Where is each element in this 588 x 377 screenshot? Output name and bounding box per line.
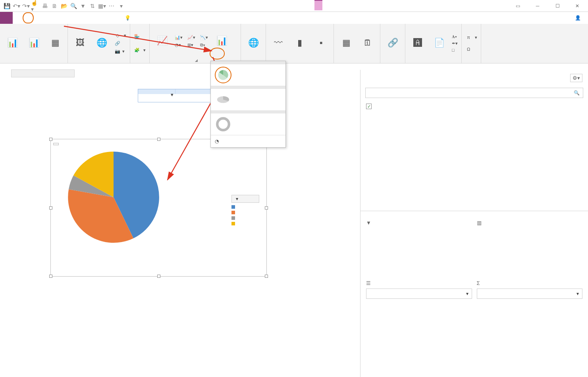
field-search-input[interactable] (366, 88, 571, 98)
tab-data[interactable] (53, 12, 63, 24)
group-label-links (383, 62, 403, 63)
doughnut-option[interactable] (215, 116, 231, 133)
tab-home[interactable] (13, 12, 22, 24)
more-pie-charts-button[interactable]: ◔ (211, 135, 285, 147)
redo-icon[interactable]: ↷▾ (21, 2, 30, 10)
undo-icon[interactable]: ↶▾ (12, 2, 21, 10)
dropdown-icon[interactable]: ▾ (171, 92, 174, 98)
pivot-row-label-header[interactable]: ▾ (138, 89, 175, 94)
dropdown-icon[interactable]: ▾ (236, 196, 238, 202)
close-icon[interactable]: ✕ (570, 0, 585, 12)
rows-zone-item[interactable]: ▾ (366, 289, 472, 299)
print-preview-icon[interactable]: 🔍 (69, 2, 78, 10)
smartart-button[interactable]: 🔗 (113, 40, 127, 47)
rec-charts-icon: 📈 (156, 35, 168, 47)
rows-zone[interactable]: ☰ ▾ (366, 280, 472, 304)
pivot-chart-button[interactable]: 📊 (212, 35, 231, 48)
new-icon[interactable]: 🗎 (50, 2, 59, 10)
chart-field-button[interactable] (53, 143, 59, 145)
shapes-button[interactable]: ◇ ▾ (113, 32, 127, 39)
online-pictures-button[interactable]: 🌐 (92, 37, 112, 50)
dropdown-icon[interactable]: ▾ (466, 291, 468, 296)
minimize-icon[interactable]: ─ (530, 0, 545, 12)
rec-charts-button[interactable]: 📈 (152, 35, 172, 48)
timeline-button[interactable]: 🗓 (358, 37, 378, 50)
maximize-icon[interactable]: ☐ (550, 0, 565, 12)
combo-chart-icon[interactable]: ⧉▾ (199, 42, 210, 48)
column-header-A[interactable] (11, 69, 75, 77)
customize-qat-icon[interactable]: ▾ (117, 2, 125, 10)
hierarchy-chart-icon[interactable]: 📉▾ (199, 35, 210, 40)
pivot-row-cell[interactable] (138, 98, 175, 102)
tab-design[interactable] (110, 12, 120, 24)
pivot-table[interactable]: ▾ (138, 89, 213, 102)
tab-analyze[interactable] (101, 12, 110, 24)
slicer-button[interactable]: ▦ (336, 37, 356, 50)
table-button[interactable]: ▦ (45, 37, 65, 50)
link-button[interactable]: 🔗 (383, 37, 403, 50)
tab-view[interactable] (72, 12, 82, 24)
tab-page-layout[interactable] (34, 12, 44, 24)
rec-pivot-icon: 📊 (27, 37, 40, 49)
values-zone-item[interactable]: ▾ (477, 289, 583, 299)
field-checkbox-class[interactable]: ✓ (366, 104, 582, 109)
charts-dialog-launcher-icon[interactable]: ◢ (195, 58, 198, 62)
legend-item (231, 205, 259, 209)
values-zone[interactable]: Σ ▾ (477, 280, 583, 304)
quick-print-icon[interactable]: 🖶 (40, 2, 49, 10)
spark-line-button[interactable]: 〰 (268, 37, 288, 50)
tab-abbyy[interactable] (91, 12, 101, 24)
share-button[interactable]: 👤 (569, 12, 588, 24)
tab-formulas[interactable] (44, 12, 53, 24)
tab-developer[interactable] (82, 12, 91, 24)
textbox-button[interactable]: 🅰 (408, 37, 428, 50)
more-tables-link[interactable] (361, 113, 588, 119)
field-pane-settings-button[interactable]: ⚙▾ (570, 74, 582, 82)
object-icon[interactable]: □ (451, 47, 459, 53)
legend-field-button[interactable]: ▾ (231, 195, 259, 203)
field-search[interactable]: 🔍 (365, 88, 583, 98)
tab-file[interactable] (0, 12, 13, 24)
border-icon[interactable]: ▦▾ (98, 2, 106, 10)
column-chart-icon[interactable]: 📊▾ (174, 35, 185, 40)
save-icon[interactable]: 💾 (2, 2, 11, 10)
recommended-pivot-button[interactable]: 📊 (24, 37, 44, 50)
touch-mode-icon[interactable]: ☝▾ (31, 2, 40, 10)
tab-insert[interactable] (23, 12, 34, 23)
open-icon[interactable]: 📂 (60, 2, 68, 10)
screenshot-button[interactable]: 📷▾ (113, 48, 127, 55)
symbol-button[interactable]: Ω (464, 46, 478, 53)
my-addins-button[interactable]: 🧩 ▾ (133, 46, 147, 54)
pivot-chart[interactable]: ▾ (50, 139, 267, 277)
filter-icon[interactable]: ▼ (79, 2, 87, 10)
signature-icon[interactable]: ✒▾ (451, 40, 459, 46)
line-chart-icon[interactable]: 📈▾ (186, 35, 197, 40)
qat-more-icon[interactable]: ⋯ (107, 2, 116, 10)
pivot-table-button[interactable]: 📊 (2, 37, 22, 50)
pictures-button[interactable]: 🖼 (70, 37, 90, 50)
sort-icon[interactable]: ⇅ (88, 2, 97, 10)
dropdown-icon[interactable]: ▾ (576, 291, 579, 296)
pie-chart-icon[interactable]: ◔▾ (174, 42, 185, 48)
spark-winloss-button[interactable]: ▪ (311, 37, 331, 50)
chart-legend[interactable]: ▾ (231, 195, 259, 227)
app-store-button[interactable]: 🏪 (133, 33, 147, 40)
columns-zone[interactable]: ▥ (477, 220, 583, 275)
wordart-icon[interactable]: 𝐀▾ (451, 34, 459, 40)
group-illustrations: 🖼 🌐 ◇ ▾ 🔗 📷▾ (68, 24, 130, 63)
tab-review[interactable] (63, 12, 72, 24)
pivot-row-cell[interactable] (138, 94, 175, 98)
tell-me-input[interactable]: 💡 (120, 12, 569, 24)
stat-chart-icon[interactable]: ⊞▾ (186, 42, 197, 48)
3d-map-button[interactable]: 🌐 (243, 37, 263, 50)
legend-item (231, 222, 259, 225)
equation-button[interactable]: π ▾ (464, 34, 478, 41)
header-footer-button[interactable]: 📄 (429, 37, 449, 50)
ribbon-display-icon[interactable]: ▭ (510, 0, 525, 12)
filters-zone[interactable]: ▼ (366, 220, 472, 275)
spark-column-button[interactable]: ▮ (290, 37, 310, 50)
search-icon[interactable]: 🔍 (571, 90, 583, 96)
pie-2d-option[interactable] (215, 67, 231, 83)
pie-3d-option[interactable] (215, 91, 231, 108)
checkbox-checked-icon: ✓ (366, 104, 372, 109)
